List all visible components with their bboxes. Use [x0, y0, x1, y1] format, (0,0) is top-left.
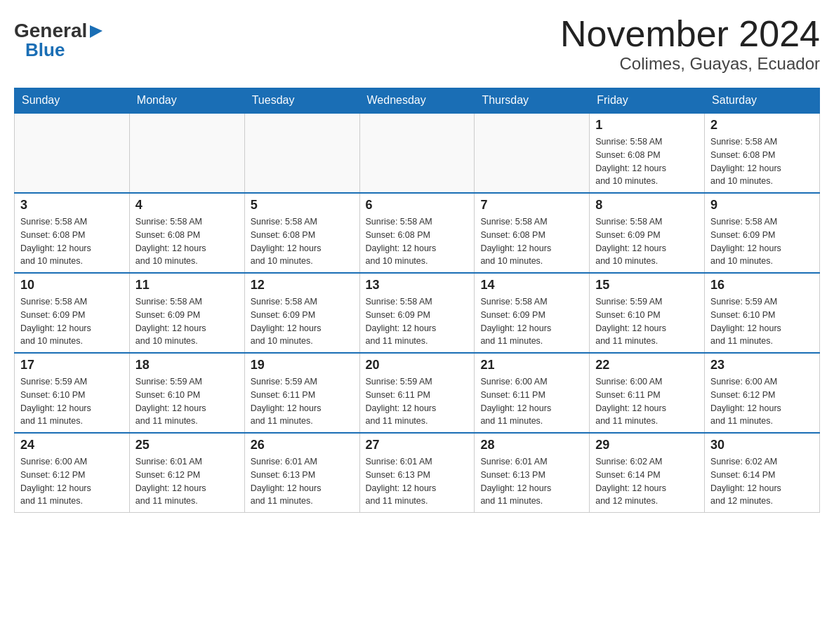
day-info: Sunrise: 6:00 AM Sunset: 6:11 PM Dayligh…: [480, 375, 583, 428]
day-info: Sunrise: 5:58 AM Sunset: 6:08 PM Dayligh…: [135, 215, 239, 268]
calendar-cell: [129, 113, 244, 193]
calendar-cell: 21Sunrise: 6:00 AM Sunset: 6:11 PM Dayli…: [475, 353, 590, 433]
day-number: 13: [366, 278, 469, 293]
svg-marker-0: [90, 25, 102, 38]
day-info: Sunrise: 5:59 AM Sunset: 6:10 PM Dayligh…: [20, 375, 124, 428]
day-info: Sunrise: 5:58 AM Sunset: 6:09 PM Dayligh…: [480, 295, 583, 348]
weekday-header-wednesday: Wednesday: [359, 88, 475, 114]
day-number: 2: [710, 118, 814, 133]
calendar-cell: 30Sunrise: 6:02 AM Sunset: 6:14 PM Dayli…: [705, 433, 820, 513]
day-info: Sunrise: 6:00 AM Sunset: 6:11 PM Dayligh…: [595, 375, 699, 428]
weekday-header-sunday: Sunday: [15, 88, 130, 114]
calendar-cell: 18Sunrise: 5:59 AM Sunset: 6:10 PM Dayli…: [129, 353, 244, 433]
day-number: 11: [135, 278, 239, 293]
day-info: Sunrise: 5:58 AM Sunset: 6:09 PM Dayligh…: [710, 215, 814, 268]
day-number: 26: [251, 438, 354, 452]
calendar-cell: 3Sunrise: 5:58 AM Sunset: 6:08 PM Daylig…: [15, 193, 130, 273]
calendar-cell: 12Sunrise: 5:58 AM Sunset: 6:09 PM Dayli…: [244, 273, 359, 353]
day-number: 12: [251, 278, 354, 293]
day-info: Sunrise: 5:59 AM Sunset: 6:11 PM Dayligh…: [366, 375, 469, 428]
calendar-cell: 6Sunrise: 5:58 AM Sunset: 6:08 PM Daylig…: [359, 193, 475, 273]
weekday-header-friday: Friday: [590, 88, 705, 114]
calendar-cell: 17Sunrise: 5:59 AM Sunset: 6:10 PM Dayli…: [15, 353, 130, 433]
day-info: Sunrise: 6:02 AM Sunset: 6:14 PM Dayligh…: [710, 455, 814, 508]
day-number: 9: [710, 198, 814, 213]
day-number: 16: [710, 278, 814, 293]
title-block: November 2024 Colimes, Guayas, Ecuador: [560, 14, 820, 74]
calendar-cell: 4Sunrise: 5:58 AM Sunset: 6:08 PM Daylig…: [129, 193, 244, 273]
day-number: 27: [366, 438, 469, 452]
weekday-header-saturday: Saturday: [705, 88, 820, 114]
logo: General Blue: [14, 14, 104, 59]
calendar-cell: 9Sunrise: 5:58 AM Sunset: 6:09 PM Daylig…: [705, 193, 820, 273]
day-info: Sunrise: 6:02 AM Sunset: 6:14 PM Dayligh…: [595, 455, 699, 508]
calendar-cell: 16Sunrise: 5:59 AM Sunset: 6:10 PM Dayli…: [705, 273, 820, 353]
day-number: 4: [135, 198, 239, 213]
calendar-week-2: 3Sunrise: 5:58 AM Sunset: 6:08 PM Daylig…: [15, 193, 820, 273]
calendar-cell: 13Sunrise: 5:58 AM Sunset: 6:09 PM Dayli…: [359, 273, 475, 353]
day-number: 24: [20, 438, 124, 452]
page-title: November 2024: [560, 14, 820, 54]
calendar-cell: [15, 113, 130, 193]
calendar-cell: 20Sunrise: 5:59 AM Sunset: 6:11 PM Dayli…: [359, 353, 475, 433]
calendar-cell: 15Sunrise: 5:59 AM Sunset: 6:10 PM Dayli…: [590, 273, 705, 353]
day-info: Sunrise: 5:59 AM Sunset: 6:10 PM Dayligh…: [595, 295, 699, 348]
day-info: Sunrise: 5:58 AM Sunset: 6:09 PM Dayligh…: [135, 295, 239, 348]
day-number: 14: [480, 278, 583, 293]
day-number: 29: [595, 438, 699, 452]
day-info: Sunrise: 5:58 AM Sunset: 6:08 PM Dayligh…: [251, 215, 354, 268]
calendar-cell: 19Sunrise: 5:59 AM Sunset: 6:11 PM Dayli…: [244, 353, 359, 433]
weekday-header-row: SundayMondayTuesdayWednesdayThursdayFrid…: [15, 88, 820, 114]
day-info: Sunrise: 6:01 AM Sunset: 6:13 PM Dayligh…: [480, 455, 583, 508]
page-header: General Blue November 2024 Colimes, Guay…: [14, 14, 820, 74]
calendar-cell: 14Sunrise: 5:58 AM Sunset: 6:09 PM Dayli…: [475, 273, 590, 353]
day-number: 19: [251, 358, 354, 373]
day-number: 3: [20, 198, 124, 213]
day-info: Sunrise: 6:00 AM Sunset: 6:12 PM Dayligh…: [710, 375, 814, 428]
logo-arrow-icon: [88, 24, 104, 39]
calendar-cell: [359, 113, 475, 193]
day-number: 8: [595, 198, 699, 213]
day-info: Sunrise: 6:01 AM Sunset: 6:12 PM Dayligh…: [135, 455, 239, 508]
day-info: Sunrise: 5:58 AM Sunset: 6:08 PM Dayligh…: [595, 135, 699, 188]
day-number: 28: [480, 438, 583, 452]
logo-blue-text: Blue: [25, 39, 65, 60]
day-number: 20: [366, 358, 469, 373]
calendar-cell: 24Sunrise: 6:00 AM Sunset: 6:12 PM Dayli…: [15, 433, 130, 513]
calendar-cell: 1Sunrise: 5:58 AM Sunset: 6:08 PM Daylig…: [590, 113, 705, 193]
calendar-cell: 22Sunrise: 6:00 AM Sunset: 6:11 PM Dayli…: [590, 353, 705, 433]
calendar-cell: 11Sunrise: 5:58 AM Sunset: 6:09 PM Dayli…: [129, 273, 244, 353]
day-info: Sunrise: 5:58 AM Sunset: 6:09 PM Dayligh…: [20, 295, 124, 348]
day-info: Sunrise: 5:58 AM Sunset: 6:09 PM Dayligh…: [595, 215, 699, 268]
logo-general-text: General: [14, 21, 87, 41]
weekday-header-tuesday: Tuesday: [244, 88, 359, 114]
day-info: Sunrise: 6:01 AM Sunset: 6:13 PM Dayligh…: [251, 455, 354, 508]
day-number: 1: [595, 118, 699, 133]
day-number: 18: [135, 358, 239, 373]
day-number: 17: [20, 358, 124, 373]
day-info: Sunrise: 5:59 AM Sunset: 6:10 PM Dayligh…: [135, 375, 239, 428]
day-number: 10: [20, 278, 124, 293]
calendar-cell: 10Sunrise: 5:58 AM Sunset: 6:09 PM Dayli…: [15, 273, 130, 353]
day-info: Sunrise: 5:58 AM Sunset: 6:09 PM Dayligh…: [251, 295, 354, 348]
day-info: Sunrise: 5:59 AM Sunset: 6:11 PM Dayligh…: [251, 375, 354, 428]
day-info: Sunrise: 5:58 AM Sunset: 6:08 PM Dayligh…: [366, 215, 469, 268]
calendar-cell: 27Sunrise: 6:01 AM Sunset: 6:13 PM Dayli…: [359, 433, 475, 513]
calendar-cell: 2Sunrise: 5:58 AM Sunset: 6:08 PM Daylig…: [705, 113, 820, 193]
calendar-cell: 29Sunrise: 6:02 AM Sunset: 6:14 PM Dayli…: [590, 433, 705, 513]
calendar-cell: [475, 113, 590, 193]
calendar-week-1: 1Sunrise: 5:58 AM Sunset: 6:08 PM Daylig…: [15, 113, 820, 193]
weekday-header-monday: Monday: [129, 88, 244, 114]
day-info: Sunrise: 5:58 AM Sunset: 6:08 PM Dayligh…: [480, 215, 583, 268]
day-info: Sunrise: 5:58 AM Sunset: 6:09 PM Dayligh…: [366, 295, 469, 348]
day-number: 23: [710, 358, 814, 373]
day-number: 30: [710, 438, 814, 452]
day-info: Sunrise: 5:58 AM Sunset: 6:08 PM Dayligh…: [710, 135, 814, 188]
calendar-week-3: 10Sunrise: 5:58 AM Sunset: 6:09 PM Dayli…: [15, 273, 820, 353]
calendar-cell: 28Sunrise: 6:01 AM Sunset: 6:13 PM Dayli…: [475, 433, 590, 513]
calendar-cell: 26Sunrise: 6:01 AM Sunset: 6:13 PM Dayli…: [244, 433, 359, 513]
calendar-cell: 8Sunrise: 5:58 AM Sunset: 6:09 PM Daylig…: [590, 193, 705, 273]
day-info: Sunrise: 5:58 AM Sunset: 6:08 PM Dayligh…: [20, 215, 124, 268]
day-number: 5: [251, 198, 354, 213]
calendar-cell: 7Sunrise: 5:58 AM Sunset: 6:08 PM Daylig…: [475, 193, 590, 273]
